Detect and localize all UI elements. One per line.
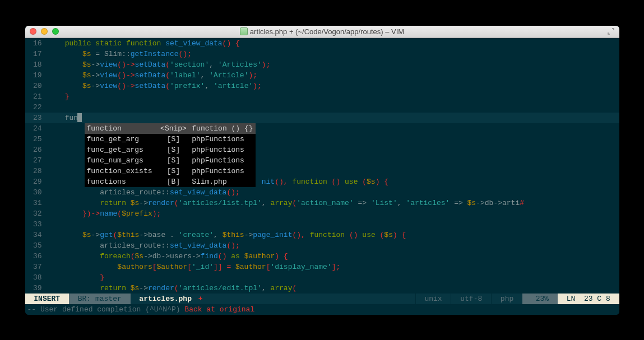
editor-viewport[interactable]: 16 public static function set_view_data(…	[25, 38, 619, 294]
code-line[interactable]: 37 $authors[$author['_id']] = $author['d…	[25, 262, 619, 272]
vim-window: articles.php + (~/Code/Vogon/app/routes)…	[25, 26, 619, 315]
text-cursor	[77, 113, 82, 122]
line-number: 37	[25, 262, 48, 272]
line-number: 22	[25, 102, 48, 113]
line-number: 18	[25, 59, 48, 70]
filetype: php	[491, 294, 522, 304]
statusline: INSERT BR: master articles.php + unix ut…	[25, 294, 619, 304]
completion-item[interactable]: function_exists[S] phpFunctions	[85, 166, 256, 176]
command-line: -- User defined completion (^U^N^P) Back…	[25, 304, 619, 315]
line-number: 39	[25, 283, 48, 294]
line-number: 26	[25, 145, 48, 155]
code-line[interactable]: 23 fun	[25, 113, 619, 123]
mode-indicator: INSERT	[25, 294, 69, 304]
cursor-position: LN 23 C 8	[558, 294, 619, 304]
line-number: 31	[25, 198, 48, 208]
line-number: 35	[25, 240, 48, 251]
completion-popup[interactable]: function<Snip> function () {}func_get_ar…	[85, 123, 256, 187]
line-number: 17	[25, 49, 48, 59]
code-line[interactable]: 22	[25, 102, 619, 113]
encoding: utf-8	[451, 294, 491, 304]
file-icon	[240, 27, 248, 35]
git-branch: BR: master	[69, 294, 131, 304]
code-line[interactable]: 18 $s->view()->setData('section', 'Artic…	[25, 59, 619, 70]
completion-status: Back at original	[184, 305, 254, 314]
completion-mode-text: -- User defined completion (^U^N^P)	[27, 305, 185, 314]
code-line[interactable]: 32 })->name($prefix);	[25, 208, 619, 219]
code-line[interactable]: 31 return $s->render('articles/list.tpl'…	[25, 198, 619, 208]
line-number: 20	[25, 81, 48, 91]
line-number: 30	[25, 187, 48, 198]
line-number: 23	[25, 113, 48, 123]
line-number: 24	[25, 123, 48, 134]
line-number: 19	[25, 70, 48, 81]
close-button[interactable]	[30, 28, 36, 35]
code-line[interactable]: 35 articles_route::set_view_data();	[25, 240, 619, 251]
code-line[interactable]: 38 }	[25, 272, 619, 283]
code-line[interactable]: 39 return $s->render('articles/edit.tpl'…	[25, 283, 619, 294]
traffic-lights	[30, 28, 59, 35]
code-line[interactable]: 17 $s = Slim::getInstance();	[25, 49, 619, 59]
line-number: 34	[25, 230, 48, 240]
code-line[interactable]: 20 $s->view()->setData('prefix', 'articl…	[25, 81, 619, 91]
line-number: 21	[25, 91, 48, 102]
completion-item[interactable]: func_get_args[S] phpFunctions	[85, 145, 256, 155]
completion-item[interactable]: functions[B] Slim.php	[85, 176, 256, 187]
line-number: 32	[25, 208, 48, 219]
line-number: 27	[25, 155, 48, 166]
code-line[interactable]: 36 foreach($s->db->users->find() as $aut…	[25, 251, 619, 262]
fileformat: unix	[415, 294, 451, 304]
line-number: 33	[25, 219, 48, 230]
fullscreen-icon[interactable]	[607, 27, 615, 35]
code-line[interactable]: 30 articles_route::set_view_data();	[25, 187, 619, 198]
code-line[interactable]: 21 }	[25, 91, 619, 102]
completion-item[interactable]: func_get_arg[S] phpFunctions	[85, 134, 256, 145]
line-number: 36	[25, 251, 48, 262]
code-line[interactable]: 33	[25, 219, 619, 230]
line-number: 28	[25, 166, 48, 176]
code-line[interactable]: 16 public static function set_view_data(…	[25, 38, 619, 49]
window-titlebar: articles.php + (~/Code/Vogon/app/routes)…	[25, 26, 619, 38]
window-title-text: articles.php + (~/Code/Vogon/app/routes)…	[250, 27, 404, 36]
line-number: 16	[25, 38, 48, 49]
window-title: articles.php + (~/Code/Vogon/app/routes)…	[30, 27, 615, 36]
modified-flag: +	[192, 295, 203, 303]
line-number: 25	[25, 134, 48, 145]
scroll-percent: 23%	[522, 294, 558, 304]
code-line[interactable]: 19 $s->view()->setData('label', 'Article…	[25, 70, 619, 81]
completion-item[interactable]: function<Snip> function () {}	[85, 123, 256, 134]
zoom-button[interactable]	[52, 28, 59, 35]
code-line[interactable]: 34 $s->get($this->base . 'create', $this…	[25, 230, 619, 240]
completion-item[interactable]: func_num_args[S] phpFunctions	[85, 155, 256, 166]
filename: articles.php +	[131, 294, 207, 304]
minimize-button[interactable]	[41, 28, 48, 35]
line-number: 29	[25, 176, 48, 187]
line-number: 38	[25, 272, 48, 283]
